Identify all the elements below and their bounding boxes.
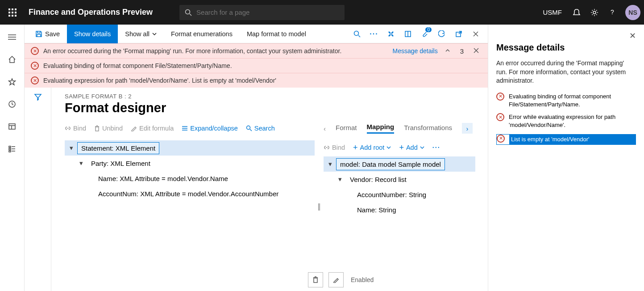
- tab-nav-next[interactable]: ›: [462, 123, 473, 134]
- gear-icon[interactable]: [590, 8, 599, 17]
- funnel-icon[interactable]: [34, 93, 42, 291]
- bind-action[interactable]: Bind: [65, 125, 86, 132]
- expand-collapse-action[interactable]: Expand/collapse: [182, 125, 237, 132]
- banner-text: Evaluating expression for path 'model/Ve…: [43, 77, 276, 84]
- breadcrumb: SAMPLE FORMAT B : 2: [65, 93, 480, 100]
- top-navbar: Finance and Operations Preview USMF ? NS: [0, 0, 644, 25]
- page-title: Format designer: [65, 101, 480, 115]
- tab-format[interactable]: Format: [336, 124, 357, 133]
- app-launcher-icon[interactable]: [4, 4, 21, 21]
- bell-icon[interactable]: [572, 8, 582, 17]
- collapse-banners-icon[interactable]: [442, 47, 453, 55]
- connected-apps-icon[interactable]: [382, 25, 399, 42]
- error-icon: [31, 47, 39, 55]
- error-banner-2: Evaluating binding of format component F…: [25, 58, 488, 73]
- show-details-button[interactable]: Show details: [67, 25, 118, 43]
- hamburger-icon[interactable]: [3, 28, 21, 46]
- left-nav-rail: [0, 25, 25, 291]
- delete-button[interactable]: [308, 272, 323, 287]
- tree-node-name[interactable]: Name: XML Attribute = model.Vendor.Name: [65, 171, 315, 186]
- tree-node-accountnum[interactable]: AccountNum: XML Attribute = model.Vendor…: [65, 186, 315, 201]
- refresh-icon[interactable]: [433, 25, 450, 42]
- save-icon: [35, 30, 42, 38]
- message-details-link[interactable]: Message details: [392, 47, 437, 55]
- modules-icon[interactable]: [3, 140, 21, 158]
- panel-description: An error occurred during the 'Format map…: [496, 59, 636, 85]
- clock-icon[interactable]: [3, 95, 21, 113]
- panel-error-item[interactable]: Error while evaluating expression for pa…: [496, 113, 636, 129]
- workspace-icon[interactable]: [3, 118, 21, 135]
- add-action[interactable]: +Add: [399, 144, 424, 151]
- chevron-down-icon: [386, 145, 391, 150]
- star-icon[interactable]: [3, 73, 21, 91]
- error-count: 3: [460, 47, 464, 55]
- filter-column: [25, 88, 51, 291]
- svg-text:?: ?: [611, 8, 614, 16]
- unbind-action[interactable]: Unbind: [94, 125, 123, 132]
- save-button[interactable]: Save: [28, 25, 67, 43]
- svg-rect-25: [96, 127, 99, 131]
- svg-rect-14: [9, 151, 11, 152]
- caret-icon[interactable]: ▾: [78, 159, 84, 167]
- attach-icon[interactable]: 0: [416, 25, 433, 42]
- help-icon[interactable]: ?: [607, 8, 617, 17]
- edit-formula-action[interactable]: Edit formula: [131, 125, 174, 132]
- error-icon: [31, 62, 39, 70]
- caret-icon[interactable]: ▾: [68, 144, 75, 152]
- enabled-label: Enabled: [351, 276, 374, 283]
- chevron-down-icon: [420, 145, 424, 150]
- find-icon[interactable]: [349, 25, 366, 42]
- close-panel-icon[interactable]: ✕: [629, 31, 636, 41]
- map-format-button[interactable]: Map format to model: [240, 25, 313, 43]
- model-node-accountnumber[interactable]: AccountNumber: String: [324, 187, 475, 202]
- tab-transformations[interactable]: Transformations: [404, 124, 452, 133]
- show-all-button[interactable]: Show all: [118, 25, 164, 43]
- error-banner-3: Evaluating expression for path 'model/Ve…: [25, 73, 488, 88]
- tab-mapping[interactable]: Mapping: [367, 123, 395, 134]
- model-node-root[interactable]: ▾ model: Data model Sample model: [324, 156, 475, 172]
- book-icon[interactable]: [399, 25, 416, 42]
- svg-point-18: [354, 31, 359, 35]
- caret-icon[interactable]: ▾: [327, 160, 333, 168]
- svg-point-2: [593, 11, 596, 14]
- model-node-vendor[interactable]: ▾ Vendor: Record list: [324, 172, 475, 187]
- svg-rect-13: [9, 148, 11, 150]
- edit-button[interactable]: [328, 272, 344, 287]
- caret-icon[interactable]: ▾: [337, 175, 343, 183]
- app-title: Finance and Operations Preview: [29, 8, 153, 17]
- more-actions-icon[interactable]: ···: [432, 144, 440, 151]
- svg-rect-33: [314, 278, 317, 283]
- svg-point-0: [186, 9, 190, 14]
- search-action[interactable]: Search: [246, 125, 275, 132]
- svg-rect-12: [9, 146, 11, 148]
- dismiss-banner-icon[interactable]: [471, 47, 482, 55]
- add-root-action[interactable]: +Add root: [353, 144, 391, 151]
- panel-error-item-selected[interactable]: List is empty at 'model/Vendor': [496, 134, 636, 145]
- home-icon[interactable]: [3, 51, 21, 68]
- error-icon: [31, 76, 39, 84]
- tree-node-statement[interactable]: ▾ Statement: XML Element: [65, 140, 315, 156]
- search-input[interactable]: [196, 8, 339, 16]
- popout-icon[interactable]: [450, 25, 467, 42]
- svg-line-32: [250, 129, 252, 131]
- model-node-name[interactable]: Name: String: [324, 202, 475, 217]
- format-enumerations-button[interactable]: Format enumerations: [164, 25, 240, 43]
- user-avatar[interactable]: NS: [625, 5, 640, 20]
- banner-text: An error occurred during the 'Format map…: [43, 47, 341, 55]
- tab-nav-prev[interactable]: ‹: [324, 125, 326, 132]
- error-icon: [496, 93, 504, 101]
- panel-error-item[interactable]: Evaluating binding of format component F…: [496, 93, 636, 109]
- svg-rect-9: [9, 124, 15, 129]
- close-icon[interactable]: [467, 25, 484, 42]
- pane-splitter[interactable]: ‖: [315, 122, 324, 291]
- more-icon[interactable]: ···: [366, 25, 382, 42]
- error-icon: [497, 135, 505, 143]
- global-search[interactable]: [179, 5, 345, 20]
- company-code[interactable]: USMF: [543, 8, 562, 16]
- svg-line-1: [190, 14, 191, 16]
- bind-action-right[interactable]: Bind: [324, 144, 345, 151]
- tree-node-party[interactable]: ▾ Party: XML Element: [65, 156, 315, 171]
- banner-text: Evaluating binding of format component F…: [43, 62, 232, 69]
- mapping-pane: ‹ Format Mapping Transformations › Bind …: [324, 122, 480, 291]
- panel-title: Message details: [496, 42, 636, 53]
